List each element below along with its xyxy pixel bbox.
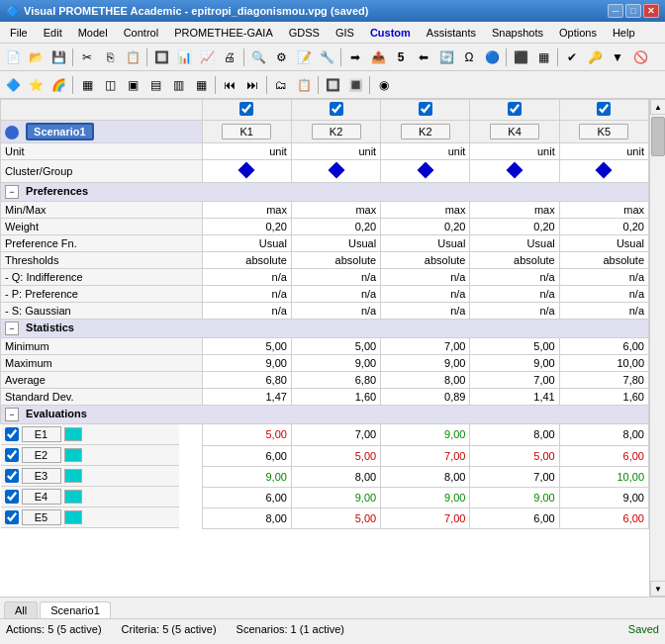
close-button[interactable]: ✕	[643, 4, 659, 18]
statistics-collapse-button[interactable]: −	[5, 322, 19, 335]
menu-help[interactable]: Help	[605, 22, 643, 43]
tb21[interactable]: 🔑	[584, 46, 606, 68]
copy-button[interactable]: ⎘	[99, 46, 121, 68]
k1-button[interactable]: K1	[222, 124, 271, 139]
scroll-area[interactable]: Scenario1 K1 K2 K2 K4 K5	[0, 99, 649, 597]
e1-color[interactable]	[64, 427, 82, 441]
e3-color[interactable]	[64, 469, 82, 483]
k2a-checkbox[interactable]	[330, 102, 343, 116]
scroll-down-arrow[interactable]: ▼	[650, 581, 665, 597]
tb2-13[interactable]: 📋	[293, 74, 315, 96]
menu-control[interactable]: Control	[116, 22, 166, 43]
tb2-16[interactable]: ◉	[373, 74, 395, 96]
e4-color[interactable]	[64, 490, 82, 504]
tb10[interactable]: 🔧	[316, 46, 337, 68]
tb11[interactable]: ➡	[344, 46, 366, 68]
maximize-button[interactable]: □	[625, 4, 641, 18]
e5-k2b: 7,00	[381, 507, 470, 528]
tb4[interactable]: 📊	[173, 46, 195, 68]
e3-checkbox[interactable]	[5, 469, 19, 483]
tb14[interactable]: ⬅	[413, 46, 434, 68]
menu-options[interactable]: Options	[551, 22, 605, 43]
minmax-k2b: max	[381, 202, 470, 219]
scroll-thumb[interactable]	[651, 117, 665, 156]
tb2-1[interactable]: 🔷	[2, 74, 24, 96]
scroll-up-arrow[interactable]: ▲	[650, 99, 665, 115]
e1-checkbox[interactable]	[5, 427, 19, 441]
save-button[interactable]: 💾	[48, 46, 69, 68]
e2-button[interactable]: E2	[22, 447, 61, 463]
tb23[interactable]: 🚫	[629, 46, 651, 68]
e5-checkbox[interactable]	[5, 510, 19, 524]
tb22[interactable]: ▼	[607, 46, 628, 68]
k2b-checkbox[interactable]	[419, 102, 432, 116]
tb2-6[interactable]: ▣	[122, 74, 143, 96]
k2a-button[interactable]: K2	[312, 124, 361, 139]
tb6[interactable]: 🖨	[219, 46, 240, 68]
menu-gdss[interactable]: GDSS	[281, 22, 328, 43]
tab-all[interactable]: All	[4, 601, 38, 618]
tb5[interactable]: 📈	[196, 46, 218, 68]
tb2-12[interactable]: 🗂	[270, 74, 292, 96]
tab-scenario1[interactable]: Scenario1	[40, 601, 111, 618]
paste-button[interactable]: 📋	[122, 46, 143, 68]
e5-color[interactable]	[64, 510, 82, 524]
tb19[interactable]: ▦	[532, 46, 554, 68]
tb2-5[interactable]: ◫	[99, 74, 121, 96]
minmax-label: Min/Max	[1, 202, 203, 219]
menu-assistants[interactable]: Assistants	[419, 22, 484, 43]
indifference-row: - Q: Indifference n/a n/a n/a n/a n/a	[1, 269, 649, 286]
tb2-15[interactable]: 🔳	[344, 74, 366, 96]
tb8[interactable]: ⚙	[270, 46, 292, 68]
unit-k1: unit	[202, 143, 291, 160]
e2-color[interactable]	[64, 448, 82, 462]
tb2-10[interactable]: ⏮	[219, 74, 240, 96]
vertical-scrollbar[interactable]: ▲ ▼	[649, 99, 665, 597]
k5-button[interactable]: K5	[579, 124, 628, 139]
e4-button[interactable]: E4	[22, 489, 61, 505]
menu-custom[interactable]: Custom	[362, 22, 419, 43]
preferences-collapse-button[interactable]: −	[5, 185, 19, 199]
tb2-9[interactable]: ▦	[190, 74, 212, 96]
k4-button[interactable]: K4	[490, 124, 539, 139]
evaluations-collapse-button[interactable]: −	[5, 408, 19, 421]
minimize-button[interactable]: ─	[608, 4, 623, 18]
e5-button[interactable]: E5	[22, 509, 61, 525]
tb2-7[interactable]: ▤	[144, 74, 166, 96]
k5-checkbox[interactable]	[597, 102, 611, 116]
menu-gis[interactable]: GIS	[328, 22, 362, 43]
menu-promethee-gaia[interactable]: PROMETHEE-GAIA	[166, 22, 281, 43]
tb2-11[interactable]: ⏭	[241, 74, 263, 96]
tb9[interactable]: 📝	[293, 46, 315, 68]
e4-checkbox[interactable]	[5, 490, 19, 504]
tb18[interactable]: ⬛	[510, 46, 531, 68]
tb7[interactable]: 🔍	[247, 46, 269, 68]
new-button[interactable]: 📄	[2, 46, 24, 68]
e2-checkbox[interactable]	[5, 448, 19, 462]
menu-edit[interactable]: Edit	[36, 22, 70, 43]
scenario-button[interactable]: Scenario1	[26, 123, 94, 140]
k2b-button[interactable]: K2	[401, 124, 450, 139]
k1-checkbox[interactable]	[239, 102, 253, 116]
tb2-8[interactable]: ▥	[167, 74, 189, 96]
cut-button[interactable]: ✂	[76, 46, 98, 68]
tb20[interactable]: ✔	[561, 46, 583, 68]
tb12[interactable]: 📤	[367, 46, 389, 68]
tb13[interactable]: 5	[390, 46, 412, 68]
open-button[interactable]: 📂	[25, 46, 47, 68]
tb15[interactable]: 🔄	[435, 46, 457, 68]
tb17[interactable]: 🔵	[481, 46, 503, 68]
tb2-4[interactable]: ▦	[76, 74, 98, 96]
tb3[interactable]: 🔲	[150, 46, 172, 68]
menu-snapshots[interactable]: Snapshots	[484, 22, 551, 43]
tb2-2[interactable]: ⭐	[25, 74, 47, 96]
e1-button[interactable]: E1	[22, 426, 61, 442]
menu-model[interactable]: Model	[70, 22, 116, 43]
e3-button[interactable]: E3	[22, 468, 61, 484]
tb2-14[interactable]: 🔲	[322, 74, 343, 96]
tb2-3[interactable]: 🌈	[48, 74, 69, 96]
k4-checkbox[interactable]	[508, 102, 522, 116]
e1-k4: 8,00	[470, 424, 559, 446]
menu-file[interactable]: File	[2, 22, 36, 43]
tb16[interactable]: Ω	[458, 46, 480, 68]
